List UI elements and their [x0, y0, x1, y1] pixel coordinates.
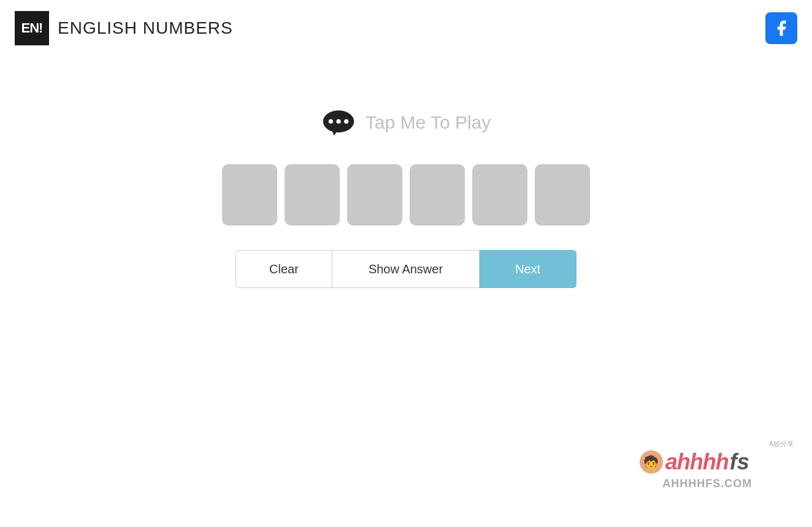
svg-point-2: [336, 119, 340, 124]
app-title: ENGLISH NUMBERS: [58, 18, 233, 38]
action-buttons: Clear Show Answer Next: [236, 250, 576, 288]
facebook-button[interactable]: [765, 12, 797, 44]
letter-box-4: [410, 164, 465, 226]
letter-box-6: [535, 164, 590, 226]
svg-point-1: [329, 119, 333, 124]
tap-to-play-area[interactable]: Tap Me To Play: [321, 105, 491, 140]
watermark: 🧒 ahhhhfs A姐分享 AHHHHFS.COM: [640, 449, 775, 490]
main-content: Tap Me To Play Clear Show Answer Next: [0, 105, 812, 288]
letter-box-3: [347, 164, 402, 226]
letter-box-1: [222, 164, 277, 226]
letter-box-5: [472, 164, 527, 226]
svg-point-3: [344, 119, 348, 124]
tap-prompt-text: Tap Me To Play: [366, 112, 491, 133]
letter-boxes-container: [222, 164, 590, 226]
chat-bubble-icon: [321, 105, 356, 140]
facebook-icon: [772, 19, 791, 37]
watermark-avatar: 🧒: [640, 450, 663, 474]
watermark-fs: fs: [730, 449, 749, 475]
show-answer-button[interactable]: Show Answer: [332, 250, 480, 288]
next-button[interactable]: Next: [480, 250, 576, 288]
letter-box-2: [285, 164, 340, 226]
app-header: EN! ENGLISH NUMBERS: [0, 0, 812, 56]
svg-marker-4: [332, 131, 337, 136]
watermark-small-label: A姐分享: [769, 439, 794, 449]
watermark-logo: 🧒 ahhhhfs A姐分享: [640, 449, 775, 475]
logo-text: EN!: [21, 20, 43, 36]
watermark-domain: AHHHHFS.COM: [640, 477, 775, 490]
watermark-ahhhh: ahhhh: [665, 449, 729, 475]
header-left: EN! ENGLISH NUMBERS: [15, 11, 233, 45]
clear-button[interactable]: Clear: [236, 250, 332, 288]
app-logo: EN!: [15, 11, 49, 45]
